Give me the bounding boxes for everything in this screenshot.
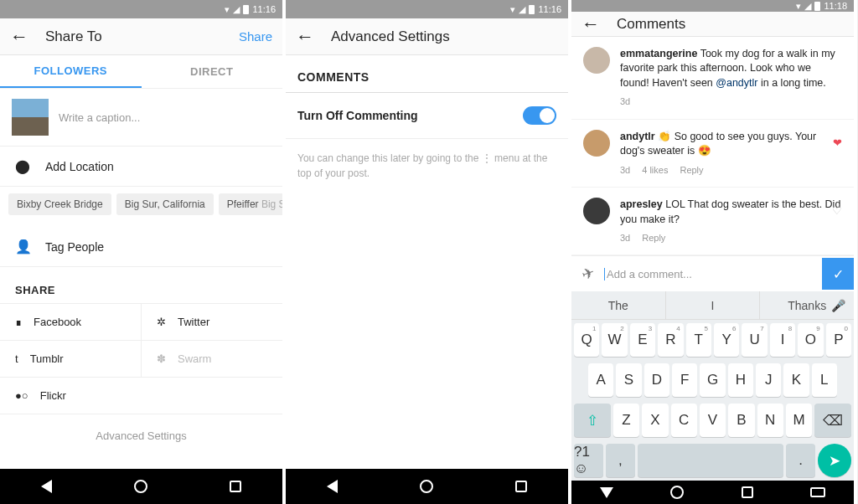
key-u[interactable]: U7	[742, 323, 767, 357]
submit-comment-button[interactable]: ✓	[822, 258, 854, 290]
back-icon[interactable]: ←	[581, 13, 600, 35]
back-icon[interactable]: ←	[10, 26, 28, 48]
add-location-button[interactable]: ⬤ Add Location	[0, 147, 282, 187]
key-b[interactable]: B	[728, 404, 754, 437]
key-g[interactable]: G	[700, 363, 725, 397]
nav-keyboard-icon[interactable]	[810, 487, 825, 497]
wifi-icon: ▾	[796, 1, 801, 12]
nav-hide-kb-icon[interactable]	[600, 487, 613, 498]
add-comment-input[interactable]: Add a comment...	[604, 268, 812, 280]
share-tumblr[interactable]: tTumblr	[0, 341, 142, 377]
key-p[interactable]: P0	[826, 323, 851, 357]
nav-bar	[571, 481, 854, 504]
signal-icon: ◢	[519, 4, 525, 15]
reply-button[interactable]: Reply	[680, 164, 703, 177]
comment-body: andytlr 👏 So good to see you guys. Your …	[620, 130, 842, 177]
comments-section-header: COMMENTS	[286, 55, 568, 93]
key-k[interactable]: K	[783, 363, 809, 397]
keyboard: The I Thanks🎤 Q1W2E3R4T5Y6U7I8O9P0 ASDFG…	[571, 291, 854, 481]
mention-link[interactable]: @andytlr	[716, 77, 757, 89]
key-y[interactable]: Y6	[714, 323, 739, 357]
key-j[interactable]: J	[756, 363, 781, 397]
share-facebook[interactable]: ∎Facebook	[0, 304, 142, 340]
share-button[interactable]: Share	[239, 29, 272, 44]
nav-back-icon[interactable]	[41, 480, 52, 493]
key-t[interactable]: T5	[686, 323, 711, 357]
nav-home-icon[interactable]	[670, 486, 684, 499]
like-icon[interactable]: ♡	[832, 204, 842, 217]
avatar[interactable]	[583, 198, 610, 224]
app-bar: ← Advanced Settings	[286, 18, 568, 55]
signal-icon: ◢	[233, 4, 240, 15]
add-comment-row: ✈ Add a comment... ✓	[571, 255, 854, 291]
tab-direct[interactable]: DIRECT	[142, 55, 283, 88]
suggestion[interactable]: I	[666, 291, 761, 319]
caption-row[interactable]: Write a caption...	[0, 89, 282, 147]
clock: 11:16	[252, 4, 276, 14]
nav-back-icon[interactable]	[327, 480, 338, 493]
key-r[interactable]: R4	[658, 323, 683, 357]
key-z[interactable]: Z	[613, 404, 639, 437]
suggestion[interactable]: Thanks🎤	[760, 291, 854, 319]
key-f[interactable]: F	[672, 363, 697, 397]
space-key[interactable]	[638, 444, 783, 477]
enter-key[interactable]: ➤	[818, 444, 851, 477]
caption-input[interactable]: Write a caption...	[59, 111, 271, 124]
username[interactable]: apresley	[620, 198, 663, 210]
tab-followers[interactable]: FOLLOWERS	[0, 55, 142, 88]
location-chip[interactable]: Big Sur, California	[116, 193, 214, 215]
nav-recent-icon[interactable]	[230, 481, 241, 492]
key-x[interactable]: X	[642, 404, 668, 437]
location-chip[interactable]: Bixby Creek Bridge	[8, 193, 111, 215]
nav-home-icon[interactable]	[134, 480, 147, 493]
avatar[interactable]	[583, 130, 610, 157]
advanced-settings-link[interactable]: Advanced Settings	[0, 414, 282, 457]
key-n[interactable]: N	[757, 404, 783, 437]
key-e[interactable]: E3	[630, 323, 655, 357]
share-twitter[interactable]: ✲Twitter	[142, 304, 282, 340]
username[interactable]: andytlr	[620, 131, 655, 142]
location-chip[interactable]: Pfeiffer Big Sur State P	[219, 193, 282, 215]
key-i[interactable]: I8	[770, 323, 795, 357]
nav-recent-icon[interactable]	[515, 481, 527, 492]
share-swarm[interactable]: ✽Swarm	[142, 341, 282, 377]
key-w[interactable]: W2	[602, 323, 627, 357]
flickr-icon: ●○	[15, 389, 28, 402]
like-count[interactable]: 4 likes	[642, 164, 668, 177]
page-title: Comments	[617, 16, 844, 33]
page-title: Share To	[45, 28, 222, 45]
backspace-key[interactable]: ⌫	[814, 404, 851, 437]
avatar[interactable]	[583, 47, 610, 74]
username[interactable]: emmatangerine	[620, 48, 697, 59]
nav-home-icon[interactable]	[420, 480, 433, 493]
period-key[interactable]: .	[786, 444, 815, 477]
nav-bar	[0, 469, 282, 504]
key-s[interactable]: S	[616, 363, 641, 397]
key-m[interactable]: M	[786, 404, 812, 437]
key-o[interactable]: O9	[798, 323, 823, 357]
turn-off-commenting-row[interactable]: Turn Off Commenting	[286, 93, 568, 139]
shift-key[interactable]: ⇧	[574, 404, 611, 437]
like-icon[interactable]: ❤	[833, 136, 842, 149]
back-icon[interactable]: ←	[296, 26, 314, 48]
commenting-toggle[interactable]	[523, 106, 556, 125]
wifi-icon: ▾	[510, 4, 515, 15]
key-c[interactable]: C	[671, 404, 697, 437]
key-h[interactable]: H	[728, 363, 753, 397]
key-a[interactable]: A	[588, 363, 613, 397]
suggestion[interactable]: The	[571, 291, 666, 319]
tag-people-button[interactable]: 👤 Tag People	[0, 227, 282, 267]
comma-key[interactable]: ,	[606, 444, 635, 477]
key-q[interactable]: Q1	[574, 323, 599, 357]
key-l[interactable]: L	[812, 363, 837, 397]
comment-item: emmatangerine Took my dog for a walk in …	[571, 37, 854, 120]
key-v[interactable]: V	[700, 404, 726, 437]
direct-icon[interactable]: ✈	[579, 263, 597, 285]
suggestion-bar: The I Thanks🎤	[571, 291, 854, 320]
mic-icon[interactable]: 🎤	[831, 299, 845, 312]
symbols-key[interactable]: ?1☺	[574, 444, 603, 477]
share-flickr[interactable]: ●○Flickr	[0, 378, 142, 414]
reply-button[interactable]: Reply	[642, 232, 665, 244]
key-d[interactable]: D	[644, 363, 669, 397]
nav-recent-icon[interactable]	[742, 486, 753, 498]
